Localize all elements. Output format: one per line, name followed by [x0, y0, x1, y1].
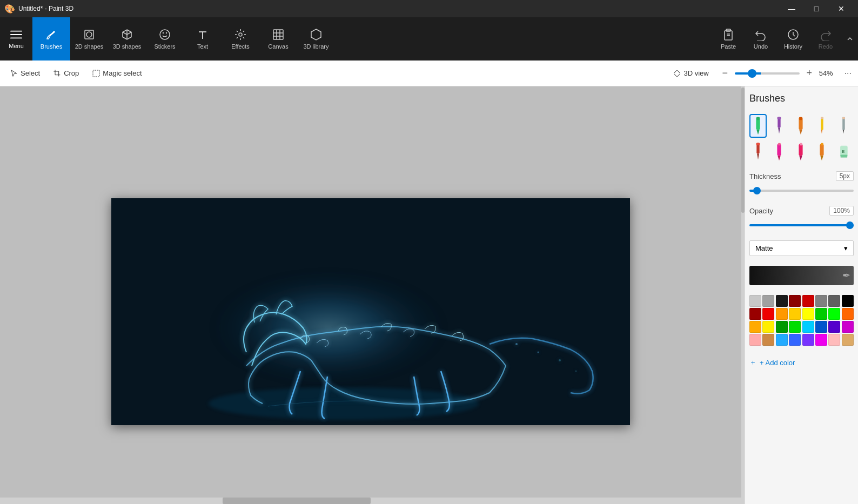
select-tool[interactable]: Select	[4, 64, 45, 83]
opacity-slider[interactable]	[749, 224, 854, 226]
horizontal-scrollbar[interactable]	[0, 498, 741, 504]
tool-effects[interactable]: Effects	[222, 17, 259, 61]
minimize-button[interactable]: —	[779, 0, 804, 17]
brush-item-eraser[interactable]: E	[835, 140, 852, 164]
brush-item-marker-green[interactable]	[749, 114, 767, 138]
menu-button[interactable]: Menu	[0, 17, 32, 61]
crop-tool[interactable]: Crop	[48, 64, 84, 83]
color-cell-red[interactable]	[802, 295, 814, 307]
color-swatch[interactable]: ✒	[749, 266, 854, 285]
redo-button[interactable]: Redo	[809, 17, 842, 61]
paste-icon	[722, 28, 735, 41]
brush-item-marker-orange2[interactable]	[813, 140, 830, 164]
undo-button[interactable]: Undo	[745, 17, 777, 61]
color-cell-violet[interactable]	[802, 334, 814, 346]
zoom-slider[interactable]	[735, 72, 800, 75]
tool-3d-library[interactable]: 3D library	[297, 17, 335, 61]
color-cell-gray[interactable]	[762, 295, 774, 307]
brush-marker-orange2-icon	[816, 142, 828, 162]
color-cell-brown[interactable]	[762, 334, 774, 346]
svg-point-38	[756, 143, 760, 145]
brush-item-pencil-gray[interactable]	[835, 114, 852, 138]
history-icon	[787, 28, 800, 41]
tool-stickers[interactable]: Stickers	[146, 17, 184, 61]
thickness-label: Thickness 5px	[749, 171, 854, 181]
color-cell-tan[interactable]	[842, 334, 854, 346]
color-cell-yellow-orange[interactable]	[789, 308, 801, 320]
app-title: Untitled* - Paint 3D	[18, 5, 73, 12]
brush-item-marker-pink[interactable]	[770, 140, 788, 164]
redo-label: Redo	[819, 43, 833, 50]
color-cell-yellow[interactable]	[802, 308, 814, 320]
color-cell-purple[interactable]	[828, 321, 840, 333]
color-cell-darkred[interactable]	[789, 295, 801, 307]
maximize-button[interactable]: □	[804, 0, 829, 17]
tool-text[interactable]: Text	[184, 17, 222, 61]
brush-item-pen-purple[interactable]	[770, 114, 788, 138]
tool-2d-shapes[interactable]: 2D shapes	[70, 17, 108, 61]
opacity-label: Opacity 100%	[749, 206, 854, 216]
thickness-slider[interactable]	[749, 190, 854, 192]
color-cell-black[interactable]	[776, 295, 788, 307]
close-button[interactable]: ✕	[829, 0, 854, 17]
ribbon-toolbar: Menu Brushes 2D shapes 3D shapes S	[0, 17, 858, 61]
brush-item-marker-orange[interactable]	[792, 114, 809, 138]
color-cell-brightred[interactable]	[762, 308, 774, 320]
brush-type-dropdown[interactable]: Matte ▾	[749, 240, 854, 256]
paste-button[interactable]: Paste	[712, 17, 745, 61]
brush-item-marker-magenta[interactable]	[792, 140, 809, 164]
color-cell-lime[interactable]	[789, 321, 801, 333]
color-cell-light-blue[interactable]	[776, 334, 788, 346]
color-cell-black2[interactable]	[842, 295, 854, 307]
color-cell-hot-pink[interactable]	[815, 334, 827, 346]
more-options-button[interactable]: ···	[842, 66, 854, 80]
color-cell-dark-green[interactable]	[776, 321, 788, 333]
3d-shapes-icon	[120, 28, 133, 41]
color-cell-light-pink[interactable]	[749, 334, 761, 346]
canvas-label: Canvas	[268, 43, 288, 50]
color-picker-icon[interactable]: ✒	[842, 270, 850, 281]
brush-item-pen-red[interactable]	[749, 140, 767, 164]
svg-point-8	[239, 33, 242, 36]
color-cell-orange[interactable]	[776, 308, 788, 320]
history-button[interactable]: History	[777, 17, 809, 61]
canvas-area[interactable]	[0, 86, 741, 504]
zoom-out-button[interactable]: −	[719, 67, 732, 80]
tool-3d-shapes[interactable]: 3D shapes	[108, 17, 146, 61]
chevron-down-icon: ▾	[844, 244, 848, 252]
magic-select-tool[interactable]: Magic select	[86, 64, 147, 83]
brush-item-pencil-yellow[interactable]	[813, 114, 830, 138]
color-cell-royal-blue[interactable]	[789, 334, 801, 346]
main-area: Brushes	[0, 86, 858, 504]
app-icon: 🎨	[4, 4, 15, 14]
color-cell-green[interactable]	[815, 308, 827, 320]
color-cell-blue[interactable]	[815, 321, 827, 333]
color-cell-darkred2[interactable]	[749, 308, 761, 320]
zoom-controls: − + 54%	[719, 67, 838, 80]
color-cell-magenta[interactable]	[842, 321, 854, 333]
canvas-image[interactable]	[111, 198, 630, 425]
tool-canvas[interactable]: Canvas	[259, 17, 297, 61]
color-cell-amber[interactable]	[749, 321, 761, 333]
scrollbar-thumb[interactable]	[223, 498, 371, 504]
tool-brushes[interactable]: Brushes	[32, 17, 70, 61]
opacity-section: Opacity 100%	[749, 206, 854, 229]
3d-library-label: 3D library	[303, 43, 329, 50]
color-cell-bright-yellow[interactable]	[762, 321, 774, 333]
menu-icon	[10, 29, 22, 41]
color-cell-pale-pink[interactable]	[828, 334, 840, 346]
zoom-in-button[interactable]: +	[803, 67, 816, 80]
color-cell-orange2[interactable]	[842, 308, 854, 320]
svg-point-26	[575, 370, 577, 372]
ribbon-collapse-button[interactable]	[842, 17, 858, 61]
color-cell-bright-green[interactable]	[828, 308, 840, 320]
color-cell-lightgray[interactable]	[749, 295, 761, 307]
color-cell-darkgray2[interactable]	[815, 295, 827, 307]
color-cell-cyan[interactable]	[802, 321, 814, 333]
svg-rect-40	[779, 143, 781, 146]
crop-icon	[53, 69, 62, 78]
3d-view-button[interactable]: 3D view	[667, 67, 714, 80]
add-color-button[interactable]: ＋ + Add color	[749, 355, 854, 369]
subtoolbar: Select Crop Magic select 3D view − + 54%…	[0, 61, 858, 86]
color-cell-gray2[interactable]	[828, 295, 840, 307]
